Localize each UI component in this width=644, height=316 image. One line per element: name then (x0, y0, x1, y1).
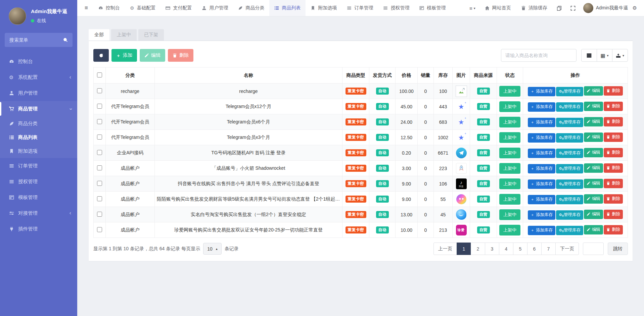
status-toggle-button[interactable]: 上架中 (499, 209, 520, 220)
add-stock-button[interactable]: ＋添加库存 (528, 133, 555, 143)
copy-icon[interactable] (552, 0, 566, 16)
manage-stock-button[interactable]: ⚙⚙管理库存 (556, 179, 583, 189)
next-page-button[interactable]: 下一页 (555, 243, 579, 255)
clear-cache-button[interactable]: 清除缓存 (516, 0, 552, 16)
manage-stock-button[interactable]: ⚙⚙管理库存 (556, 164, 583, 173)
nav-item-auth-management[interactable]: 授权管理 (378, 0, 414, 16)
manage-stock-button[interactable]: ⚙⚙管理库存 (556, 102, 583, 112)
delete-row-button[interactable]: 删除 (604, 179, 623, 188)
edit-row-button[interactable]: 编辑 (584, 163, 603, 173)
edit-row-button[interactable]: 编辑 (584, 86, 603, 96)
page-button-3[interactable]: 3 (485, 243, 499, 255)
row-checkbox[interactable] (97, 181, 102, 186)
nav-more-dropdown[interactable]: ≡ ▾ (465, 0, 480, 16)
tab-all[interactable]: 全部 (89, 29, 109, 41)
delete-row-button[interactable]: 删除 (604, 225, 623, 234)
add-stock-button[interactable]: ＋添加库存 (528, 195, 555, 204)
row-checkbox[interactable] (97, 119, 102, 124)
row-checkbox[interactable] (97, 150, 102, 155)
tab-off-shelf[interactable]: 已下架 (138, 29, 164, 41)
status-toggle-button[interactable]: 上架中 (499, 225, 520, 235)
add-stock-button[interactable]: ＋添加库存 (528, 179, 555, 189)
manage-stock-button[interactable]: ⚙⚙管理库存 (556, 195, 583, 204)
product-search-input[interactable] (501, 49, 577, 62)
add-stock-button[interactable]: ＋添加库存 (528, 164, 555, 173)
export-button[interactable]: ▾ (612, 49, 628, 62)
delete-button[interactable]: 删除 (168, 49, 193, 62)
sidebar-item-product-category[interactable]: 商品分类 (0, 117, 77, 130)
edit-row-button[interactable]: 编辑 (584, 179, 603, 188)
jump-button[interactable]: 跳转 (608, 243, 628, 255)
manage-stock-button[interactable]: ⚙⚙管理库存 (556, 210, 583, 220)
edit-button[interactable]: 编辑 (140, 49, 165, 62)
sidebar-item-addon-options[interactable]: 附加选项 (0, 144, 77, 158)
user-menu[interactable]: Admin我最牛逼 (580, 0, 628, 16)
add-stock-button[interactable]: ＋添加库存 (528, 210, 555, 220)
page-size-select[interactable]: 10 ▴ (203, 243, 222, 255)
manage-stock-button[interactable]: ⚙⚙管理库存 (556, 149, 583, 158)
status-toggle-button[interactable]: 上架中 (499, 148, 520, 158)
nav-item-user-management[interactable]: 用户管理 (197, 0, 233, 16)
tab-on-shelf[interactable]: 上架中 (111, 29, 137, 41)
delete-row-button[interactable]: 删除 (604, 148, 623, 157)
grid-view-button[interactable]: ▦▾ (597, 49, 612, 62)
manage-stock-button[interactable]: ⚙⚙管理库存 (556, 118, 583, 127)
settings-gear-icon[interactable]: ⚙ (628, 0, 641, 16)
add-stock-button[interactable]: ＋添加库存 (528, 118, 555, 127)
select-all-checkbox[interactable] (97, 72, 102, 77)
manage-stock-button[interactable]: ⚙⚙管理库存 (556, 133, 583, 143)
page-button-4[interactable]: 4 (499, 243, 513, 255)
page-button-7[interactable]: 7 (541, 243, 556, 255)
sidebar-item-integration-management[interactable]: 插件管理 (0, 221, 77, 237)
add-stock-button[interactable]: ＋添加库存 (528, 102, 555, 112)
avatar[interactable] (9, 7, 26, 25)
edit-row-button[interactable]: 编辑 (584, 133, 603, 142)
add-stock-button[interactable]: ＋添加库存 (528, 149, 555, 158)
delete-row-button[interactable]: 删除 (604, 117, 623, 126)
prev-page-button[interactable]: 上一页 (433, 243, 457, 255)
nav-item-addon-options[interactable]: 附加选项 (306, 0, 342, 16)
row-checkbox[interactable] (97, 212, 102, 217)
page-button-2[interactable]: 2 (471, 243, 485, 255)
row-checkbox[interactable] (97, 88, 102, 93)
search-icon[interactable] (63, 38, 68, 42)
site-home-link[interactable]: 网站首页 (480, 0, 516, 16)
page-button-6[interactable]: 6 (527, 243, 542, 255)
status-toggle-button[interactable]: 上架中 (499, 163, 520, 174)
row-checkbox[interactable] (97, 104, 102, 109)
edit-row-button[interactable]: 编辑 (584, 225, 603, 234)
edit-row-button[interactable]: 编辑 (584, 117, 603, 126)
row-checkbox[interactable] (97, 227, 102, 232)
status-toggle-button[interactable]: 上架中 (499, 194, 520, 205)
sidebar-item-dashboard[interactable]: 控制台 (0, 54, 77, 69)
nav-item-template-management[interactable]: 模板管理 (414, 0, 451, 16)
delete-row-button[interactable]: 删除 (604, 210, 623, 219)
menu-search-input[interactable] (9, 37, 63, 43)
delete-row-button[interactable]: 删除 (604, 133, 623, 142)
status-toggle-button[interactable]: 上架中 (499, 132, 520, 143)
row-checkbox[interactable] (97, 196, 102, 201)
page-button-1[interactable]: 1 (457, 243, 471, 255)
sidebar-item-product-management[interactable]: 订单管理 (0, 158, 77, 174)
edit-row-button[interactable]: 编辑 (584, 194, 603, 204)
manage-stock-button[interactable]: ⚙⚙管理库存 (556, 226, 583, 235)
delete-row-button[interactable]: 删除 (604, 194, 623, 204)
sidebar-toggle-hamburger-icon[interactable]: ≡ (79, 0, 93, 16)
fullscreen-icon[interactable] (566, 0, 580, 16)
add-button[interactable]: ＋添加 (111, 49, 137, 62)
sidebar-item-system-config[interactable]: ⚙系统配置‹ (0, 69, 77, 85)
sidebar-item-product-list[interactable]: 商品列表 (0, 130, 77, 144)
edit-row-button[interactable]: 编辑 (584, 102, 603, 111)
nav-item-product-list[interactable]: 商品列表 (269, 0, 306, 16)
page-button-5[interactable]: 5 (513, 243, 527, 255)
delete-row-button[interactable]: 删除 (604, 102, 623, 111)
delete-row-button[interactable]: 删除 (604, 86, 623, 96)
status-toggle-button[interactable]: 上架中 (499, 101, 520, 112)
sidebar-item-template-management[interactable]: 对接管理‹ (0, 205, 77, 221)
status-toggle-button[interactable]: 上架中 (499, 86, 520, 97)
nav-item-product-category[interactable]: 商品分类 (233, 0, 269, 16)
edit-row-button[interactable]: 编辑 (584, 210, 603, 219)
nav-item-basic-config[interactable]: ⚙基础配置 (125, 0, 161, 16)
nav-item-order-management[interactable]: 订单管理 (342, 0, 378, 16)
jump-page-input[interactable] (583, 243, 604, 255)
